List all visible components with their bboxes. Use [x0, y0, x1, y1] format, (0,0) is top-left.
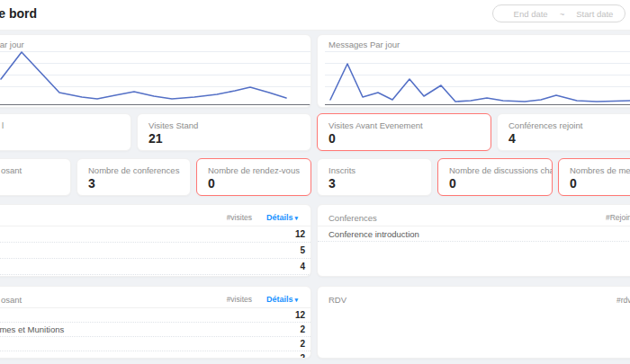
stat-card-nombre-discussions-chat: Nombre de discussions chat 0	[437, 158, 553, 196]
table-header: osant #visites Détails▾	[0, 287, 310, 308]
row-value: 2	[300, 324, 305, 334]
stat-card-nombre-conferences: Nombre de conferences 3	[76, 158, 191, 196]
chart-title: Messages Par jour	[328, 40, 400, 49]
panel-conferences-table: Conferences #Rejoint Conference introduc…	[317, 204, 630, 277]
row-value: 12	[295, 229, 305, 239]
chart-x-axis	[0, 104, 310, 105]
stat-card-conferences-rejoint: Conférences rejoint 4	[497, 113, 630, 151]
table-row: SSE 2	[0, 337, 310, 351]
caret-down-icon: ▾	[294, 297, 298, 303]
row-value: 12	[295, 310, 305, 320]
chart-x-axis	[325, 104, 630, 105]
stat-label: Visites Avant Evenement	[328, 120, 423, 130]
table-row: 4	[0, 259, 310, 275]
stat-card-inscrits: Inscrits 3	[317, 158, 432, 196]
stat-label: osant	[1, 165, 22, 175]
row-value: 5	[300, 245, 305, 255]
panel-title: Conferences	[328, 213, 377, 223]
table-header: #visites Détails▾	[0, 205, 310, 226]
details-sort-control[interactable]: Détails▾	[266, 295, 298, 304]
stat-card-clipped-left: l	[0, 113, 131, 151]
panel-rdv-table: RDV #rdv	[317, 286, 630, 359]
table-row: Conference introduction	[318, 226, 630, 242]
stat-label: Nombre de conferences	[88, 165, 179, 175]
start-date-input[interactable]: Start date	[576, 9, 613, 19]
stat-value: 3	[88, 176, 95, 191]
stat-label: Inscrits	[328, 165, 356, 175]
stat-value: 0	[328, 131, 336, 146]
stat-card-nombre-rendez-vous: Nombre de rendez-vous 0	[196, 158, 311, 196]
col-header-visites: #visites	[227, 213, 252, 222]
stat-value: 4	[508, 131, 516, 146]
stat-label: Nombres de messages chat	[570, 165, 630, 175]
stat-card-clipped-left-2: osant	[0, 158, 71, 196]
stat-value: 0	[449, 176, 456, 191]
panel-visites-table: #visites Détails▾ 12 5 4	[0, 204, 311, 277]
col-header-visites: #visites	[227, 295, 252, 304]
row-value: 2	[300, 353, 305, 359]
caret-down-icon: ▾	[294, 215, 298, 221]
details-sort-control[interactable]: Détails▾	[266, 213, 298, 222]
top-bar: Tableau de bord End date ~ Start date	[0, 0, 630, 31]
date-range-picker[interactable]: End date ~ Start date	[492, 4, 626, 22]
stat-card-nombres-messages-chat: Nombres de messages chat 0	[558, 158, 630, 196]
row-value: 2	[300, 339, 305, 349]
row-label: Conference introduction	[328, 229, 419, 239]
stat-value: 0	[570, 176, 577, 191]
stat-label: Nombre de rendez-vous	[208, 165, 300, 175]
details-label: Détails	[266, 295, 293, 304]
stat-card-visites-avant-evenement: Visites Avant Evenement 0	[317, 113, 491, 151]
table-header: Conferences #Rejoint	[318, 205, 630, 226]
table-header: RDV #rdv	[318, 287, 630, 308]
date-range-separator: ~	[560, 9, 565, 19]
chart-gridlines	[325, 51, 630, 96]
panel-title: osant	[1, 295, 22, 305]
chart-card-visites-par-jour: Visites Par jour	[0, 34, 311, 108]
stat-label: Nombre de discussions chat	[449, 165, 553, 175]
stat-label: l	[2, 120, 4, 130]
row-label: SSE - Armes et Munitions	[0, 324, 64, 334]
chart-title: Visites Par jour	[0, 40, 24, 49]
stat-label: Conférences rejoint	[508, 120, 582, 130]
table-row: 12	[0, 226, 310, 243]
table-row: 2	[0, 351, 310, 359]
stat-value: 3	[328, 176, 336, 191]
chart-card-messages-par-jour: Messages Par jour	[317, 34, 630, 108]
page-title: Tableau de bord	[0, 6, 37, 21]
panel-title: RDV	[328, 295, 346, 305]
col-header-rdv: #rdv	[616, 296, 630, 305]
stat-card-visites-stand: Visites Stand 21	[137, 113, 311, 151]
stat-label: Visites Stand	[148, 120, 198, 130]
chart-gridlines	[0, 51, 310, 96]
end-date-input[interactable]: End date	[514, 9, 548, 19]
col-header-rejoint: #Rejoint	[606, 213, 630, 222]
details-label: Détails	[266, 213, 293, 222]
table-row: SSE - Armes et Munitions 2	[0, 323, 310, 337]
stat-value: 0	[208, 176, 215, 191]
stat-value: 21	[148, 131, 163, 146]
table-row: 5	[0, 243, 310, 259]
row-value: 4	[300, 262, 305, 271]
panel-visites-exposant-table: osant #visites Détails▾ 12 SSE - Armes e…	[0, 286, 311, 359]
table-row: 12	[0, 308, 310, 323]
